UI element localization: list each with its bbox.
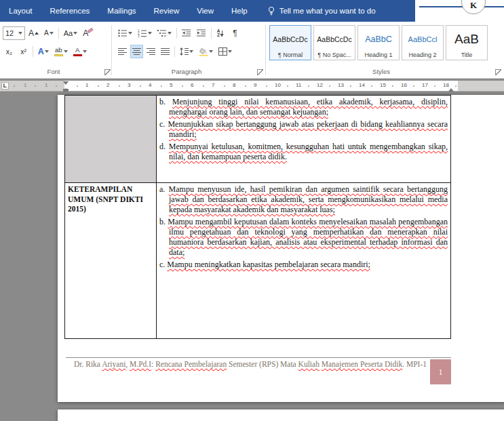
lightbulb-icon [267,6,275,16]
tab-review[interactable]: Review [145,0,189,22]
style-title[interactable]: AaB Title [446,25,488,60]
multilevel-list-button[interactable] [155,26,174,40]
footer-text-segment: Kuliah [298,360,319,368]
chevron-down-icon [228,50,232,55]
tell-me-box[interactable]: Tell me what you want to do [267,6,376,16]
group-separator [265,25,266,75]
list-item-text: Mampu menyusun ide, hasil pemikiran dan … [169,184,448,214]
table-header-cell[interactable]: KETERAMPILAN UMUM (SNPT DIKTI 2015) [65,183,157,339]
right-indent-marker[interactable] [448,85,454,92]
tab-references[interactable]: References [41,0,99,22]
shrink-font-button[interactable]: A [42,26,56,40]
ruler-number: 1 [85,83,88,88]
list-item[interactable]: b. Mampu mengambil keputusan dalam konte… [159,217,448,258]
footer-text-segment: Manajemen Peserta Didik [322,360,402,368]
line-spacing-icon [180,47,189,56]
footer-text-segment: . MPI-1 [402,360,427,368]
table-content-cell[interactable]: b. Menjunjung tinggi nilai kemanusiaan, … [157,96,451,183]
decrease-indent-button[interactable] [180,26,193,40]
list-item[interactable]: c. Menunjukkan sikap bertanggung jawab a… [159,119,448,140]
borders-button[interactable] [216,45,234,58]
ruler-tick [392,85,393,87]
separator [58,28,59,39]
subscript-glyph: x₂ [6,48,12,56]
style-no-spacing[interactable]: AaBbCcDc ¶ No Spac... [313,25,355,60]
style-sample: AaBbCcDc [273,27,307,52]
list-item[interactable]: a. Mampu menyusun ide, hasil pemikiran d… [159,184,448,215]
ruler-number: 14 [359,83,365,88]
chevron-down-icon [168,32,172,37]
justify-button[interactable] [159,45,172,58]
ruler-number: 11 [296,83,301,88]
list-item-text: Menjunjung tinggi nilai kemanusiaan, eti… [169,97,448,117]
list-item[interactable]: b. Menjunjung tinggi nilai kemanusiaan, … [159,97,448,117]
tab-layout[interactable]: Layout [0,0,41,22]
highlight-color-button[interactable]: ab [52,45,70,58]
show-formatting-button[interactable]: ¶ [229,26,241,40]
chevron-down-icon [73,32,77,37]
page-footer[interactable]: Dr. Rika Ariyani, M.Pd.I: Rencana Pembel… [66,357,451,384]
style-heading-2[interactable]: AaBbCcl Heading 2 [402,25,444,60]
table-header-cell[interactable] [65,96,157,183]
shading-button[interactable] [197,45,215,58]
ruler-tick [98,85,99,87]
list-marker: b. [159,217,166,226]
table-content-cell[interactable]: a. Mampu menyusun ide, hasil pemikiran d… [157,183,451,339]
chevron-down-icon [45,50,49,55]
change-case-button[interactable]: Aa [62,26,79,40]
left-indent-marker[interactable] [63,89,69,91]
ruler-tick [77,85,78,87]
separator [174,46,175,57]
grow-font-button[interactable]: A [26,26,41,40]
superscript-button[interactable]: x² [17,45,30,58]
document-page[interactable]: b. Menjunjung tinggi nilai kemanusiaan, … [58,95,504,402]
ruler-tick [413,85,414,87]
font-color-button[interactable]: A [71,45,89,58]
chevron-down-icon [148,32,152,37]
styles-gallery: AaBbCcDc ¶ Normal AaBbCcDc ¶ No Spac... … [269,25,488,60]
tab-mailings[interactable]: Mailings [98,0,144,22]
font-size-select[interactable]: 12 [3,26,25,40]
chevron-down-icon [64,50,68,55]
bullets-button[interactable] [116,26,134,40]
tab-view[interactable]: View [188,0,222,22]
styles-dialog-launcher[interactable] [495,69,501,75]
style-normal[interactable]: AaBbCcDc ¶ Normal [269,25,311,60]
highlighter-icon: ab [54,47,63,56]
tab-help[interactable]: Help [222,0,256,22]
text-effects-button[interactable]: A [36,45,51,58]
text-effects-glyph: A [38,47,44,56]
ruler-number: 1 [24,83,26,88]
numbering-button[interactable]: 1 2 3 [136,26,154,40]
ruler-tick [140,85,141,87]
increase-indent-button[interactable] [195,26,208,40]
titlebar-corner: K [415,0,504,22]
subscript-button[interactable]: x₂ [3,45,16,58]
align-center-button[interactable] [130,45,143,58]
justify-icon [161,48,170,56]
style-sample: AaBbC [365,27,392,52]
line-spacing-button[interactable] [178,45,195,58]
align-left-button[interactable] [116,45,129,58]
list-item[interactable]: c. Mampu meningkatkan kapasitas pembelaj… [159,260,448,270]
avatar-initial: K [470,0,477,11]
font-group-label: Font [3,68,104,75]
clear-formatting-button[interactable]: A [81,26,95,40]
sort-button[interactable]: AZ [214,26,227,40]
font-dialog-launcher[interactable] [104,69,111,75]
next-page[interactable] [58,409,504,421]
chevron-down-icon [189,50,193,55]
style-heading-1[interactable]: AaBbC Heading 1 [357,25,400,60]
ruler-number: 9 [254,83,256,88]
footer-text[interactable]: Dr. Rika Ariyani, M.Pd.I: Rencana Pembel… [72,359,430,369]
list-item[interactable]: d. Mempunyai ketulusan, komitmen, kesung… [159,142,448,162]
ribbon-tab-bar: Layout References Mailings Review View H… [0,0,415,22]
superscript-glyph: x² [20,48,26,56]
paragraph-dialog-launcher[interactable] [257,69,263,75]
page-number-badge[interactable]: 1 [430,359,451,384]
ruler-number: 17 [422,83,428,88]
align-right-button[interactable] [144,45,157,58]
ruler-tick [266,85,267,87]
align-left-icon [118,48,127,56]
avatar-circle[interactable]: K [461,0,486,14]
